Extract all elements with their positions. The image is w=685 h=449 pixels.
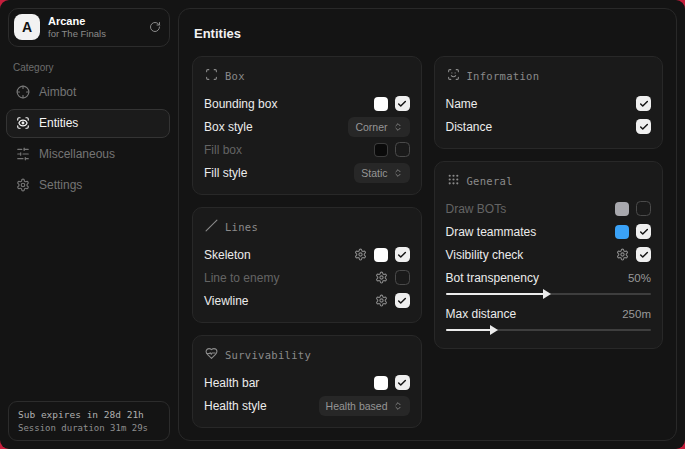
brand-title: Arcane: [48, 14, 106, 28]
card-title: Information: [467, 70, 540, 82]
setting-row-skeleton: Skeleton: [204, 243, 410, 266]
sidebar-item-entities[interactable]: Entities: [6, 109, 170, 138]
scan-eye-icon: [16, 116, 30, 130]
slider-value: 250m: [622, 308, 651, 320]
checkbox[interactable]: [636, 96, 651, 111]
chevrons-up-down-icon: [393, 122, 403, 132]
setting-label: Box style: [204, 120, 348, 134]
chevrons-up-down-icon: [393, 401, 403, 411]
main-panel: Entities BoxBounding boxBox styleCornerF…: [178, 8, 677, 441]
dropdown-value: Corner: [355, 121, 387, 133]
gear-icon[interactable]: [375, 294, 388, 307]
brand-subtitle: for The Finals: [48, 28, 106, 40]
card-lines: LinesSkeletonLine to enemyViewline: [192, 207, 422, 323]
row-controls: [636, 96, 651, 111]
setting-label: Viewline: [204, 294, 375, 308]
dropdown-value: Health based: [326, 400, 388, 412]
sidebar-item-label: Aimbot: [39, 85, 76, 99]
card-header: General: [447, 172, 651, 190]
sidebar-item-aimbot[interactable]: Aimbot: [6, 78, 170, 107]
slider-track[interactable]: [446, 293, 652, 295]
checkbox[interactable]: [395, 96, 410, 111]
checkbox[interactable]: [395, 247, 410, 262]
row-controls: [375, 270, 410, 285]
slider-value: 50%: [628, 272, 651, 284]
checkbox[interactable]: [636, 247, 651, 262]
setting-row-health-style: Health styleHealth based: [204, 394, 410, 417]
checkbox[interactable]: [395, 270, 410, 285]
cards-column-left: BoxBounding boxBox styleCornerFill boxFi…: [192, 56, 422, 428]
slider-max-distance: Max distance250m: [446, 305, 652, 338]
color-swatch[interactable]: [374, 248, 388, 262]
card-header: Information: [447, 67, 651, 85]
sidebar-item-label: Miscellaneous: [39, 147, 115, 161]
slider-track[interactable]: [446, 329, 652, 331]
dropdown-health-based[interactable]: Health based: [319, 396, 410, 416]
slider-thumb[interactable]: [490, 325, 498, 335]
dropdown-static[interactable]: Static: [354, 163, 409, 183]
dropdown-corner[interactable]: Corner: [348, 117, 409, 137]
row-controls: [375, 293, 410, 308]
slider-fill: [446, 329, 491, 331]
color-swatch[interactable]: [615, 202, 629, 216]
card-title: Box: [225, 70, 245, 82]
slider-label: Max distance: [446, 307, 517, 321]
scan-icon: [205, 67, 218, 85]
row-controls: [354, 247, 410, 262]
checkbox[interactable]: [395, 142, 410, 157]
color-swatch[interactable]: [374, 97, 388, 111]
sub-expiry-text: Sub expires in 28d 21h: [18, 409, 160, 420]
cards-columns: BoxBounding boxBox styleCornerFill boxFi…: [192, 56, 663, 428]
slider-fill: [446, 293, 545, 295]
row-controls: [616, 247, 651, 262]
refresh-icon[interactable]: [149, 21, 161, 33]
setting-row-name: Name: [446, 92, 652, 115]
checkbox[interactable]: [395, 293, 410, 308]
checkbox[interactable]: [395, 375, 410, 390]
card-header: Lines: [205, 218, 409, 236]
dropdown-value: Static: [361, 167, 387, 179]
setting-label: Line to enemy: [204, 271, 375, 285]
sidebar-item-settings[interactable]: Settings: [6, 171, 170, 200]
color-swatch[interactable]: [615, 225, 629, 239]
checkbox[interactable]: [636, 224, 651, 239]
setting-label: Fill style: [204, 166, 354, 180]
checkbox[interactable]: [636, 201, 651, 216]
checkbox[interactable]: [636, 119, 651, 134]
card-header: Box: [205, 67, 409, 85]
sidebar-item-miscellaneous[interactable]: Miscellaneous: [6, 140, 170, 169]
row-controls: Corner: [348, 117, 409, 137]
setting-row-line-to-enemy: Line to enemy: [204, 266, 410, 289]
card-survivability: SurvivabilityHealth barHealth styleHealt…: [192, 335, 422, 428]
row-controls: [615, 224, 651, 239]
gear-icon[interactable]: [354, 248, 367, 261]
card-box: BoxBounding boxBox styleCornerFill boxFi…: [192, 56, 422, 195]
setting-row-fill-box: Fill box: [204, 138, 410, 161]
color-swatch[interactable]: [374, 143, 388, 157]
color-swatch[interactable]: [374, 376, 388, 390]
slash-icon: [205, 218, 218, 236]
card-title: Survivability: [225, 349, 311, 361]
slider-thumb[interactable]: [543, 289, 551, 299]
chevrons-up-down-icon: [393, 168, 403, 178]
card-information: InformationNameDistance: [434, 56, 664, 149]
card-title: General: [467, 175, 513, 187]
crosshair-icon: [16, 85, 30, 99]
setting-row-health-bar: Health bar: [204, 371, 410, 394]
sidebar-item-label: Settings: [39, 178, 82, 192]
card-title: Lines: [225, 221, 258, 233]
row-controls: Health based: [319, 396, 410, 416]
category-label: Category: [13, 62, 176, 73]
card-header: Survivability: [205, 346, 409, 364]
setting-label: Health style: [204, 399, 319, 413]
gear-icon[interactable]: [616, 248, 629, 261]
row-controls: [374, 96, 410, 111]
row-controls: [374, 375, 410, 390]
gear-icon[interactable]: [375, 271, 388, 284]
row-controls: [615, 201, 651, 216]
sidebar: A Arcane for The Finals Category AimbotE…: [0, 0, 176, 449]
setting-row-draw-bots: Draw BOTs: [446, 197, 652, 220]
setting-row-distance: Distance: [446, 115, 652, 138]
scan-face-icon: [447, 67, 460, 85]
page-title: Entities: [194, 26, 661, 41]
